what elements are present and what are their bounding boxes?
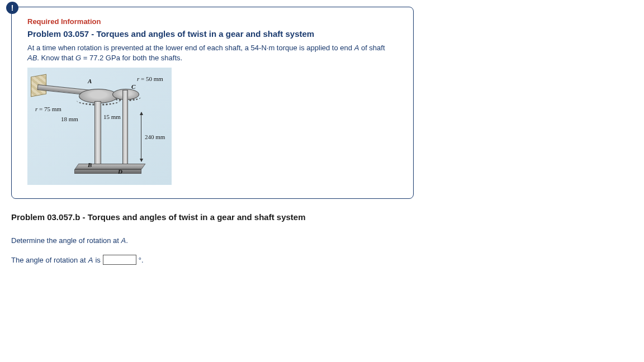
base-plate-front	[74, 169, 141, 174]
answer-mid: is	[95, 256, 100, 264]
label-point-d: D	[118, 168, 122, 175]
shaft-ab	[94, 101, 101, 167]
problem-title: Problem 03.057 - Torques and angles of t…	[27, 29, 397, 39]
gear-shaft-diagram: A C B D r = 50 mm r = 75 mm 18 mm 15 mm …	[27, 68, 172, 185]
q-var-a: A	[121, 236, 126, 245]
label-point-c: C	[131, 83, 135, 90]
desc-var-a: A	[354, 44, 359, 52]
dim-arrow-240	[141, 112, 141, 161]
answer-unit: °.	[139, 256, 144, 264]
required-label: Required Information	[27, 17, 397, 26]
answer-var-a: A	[88, 256, 93, 264]
label-r75: r = 75 mm	[35, 106, 61, 112]
val-r75: = 75 mm	[37, 106, 61, 112]
subproblem-title: Problem 03.057.b - Torques and angles of…	[11, 212, 633, 222]
base-plate-top	[74, 164, 145, 169]
q-end: .	[126, 236, 128, 245]
desc-text: = 77.2 GPa for both the shafts.	[81, 54, 182, 62]
answer-lead: The angle of rotation at	[11, 256, 86, 264]
label-r50: r = 50 mm	[137, 75, 163, 82]
label-15mm: 15 mm	[103, 113, 121, 120]
desc-var-g: G	[75, 54, 81, 62]
label-point-b: B	[88, 161, 92, 168]
label-18mm: 18 mm	[61, 116, 78, 122]
question-text: Determine the angle of rotation at A.	[11, 236, 633, 245]
shaft-cd	[122, 90, 128, 168]
answer-row: The angle of rotation at A is °.	[11, 255, 633, 265]
val-r50: = 50 mm	[139, 75, 163, 82]
q-lead: Determine the angle of rotation at	[11, 236, 121, 245]
label-point-a: A	[88, 78, 92, 84]
problem-description: At a time when rotation is prevented at …	[27, 43, 397, 63]
desc-text: . Know that	[37, 54, 75, 62]
desc-text: At a time when rotation is prevented at …	[27, 44, 354, 52]
label-240mm: 240 mm	[145, 134, 165, 140]
desc-text: of shaft	[359, 44, 385, 52]
required-info-panel: ! Required Information Problem 03.057 - …	[11, 7, 414, 199]
desc-var-ab: AB	[27, 54, 37, 62]
answer-input[interactable]	[103, 255, 136, 265]
alert-icon: !	[6, 2, 18, 14]
